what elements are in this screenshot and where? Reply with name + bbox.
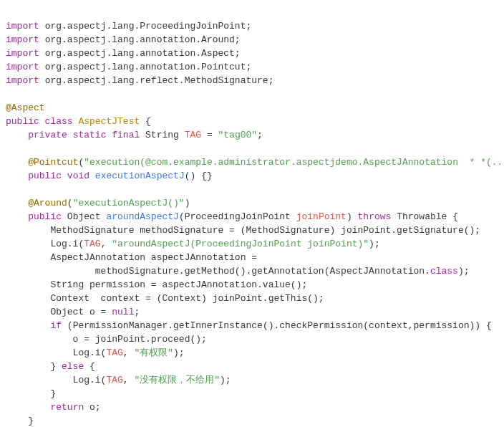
- code-token: else: [62, 361, 84, 372]
- code-line: @Aspect: [6, 101, 498, 115]
- code-token: }: [6, 388, 56, 399]
- code-token: ): [185, 198, 190, 208]
- code-token: public void: [28, 171, 89, 181]
- code-token: [6, 171, 28, 181]
- code-line: import org.aspectj.lang.reflect.MethodSi…: [6, 74, 498, 87]
- code-line: import org.aspectj.lang.annotation.Point…: [6, 60, 498, 74]
- code-token: "aroundAspectJ(ProceedingJoinPoint joinP…: [112, 239, 369, 249]
- code-token: @Around: [28, 198, 67, 208]
- code-token: ): [346, 211, 358, 222]
- code-token: );: [458, 266, 470, 277]
- code-token: {: [140, 116, 151, 127]
- code-line: }: [6, 414, 498, 427]
- code-token: String: [140, 130, 184, 140]
- code-token: );: [369, 239, 380, 249]
- code-line: Log.i(TAG, "aroundAspectJ(ProceedingJoin…: [6, 237, 498, 251]
- code-token: [6, 198, 28, 208]
- code-line: MethodSignature methodSignature = (Metho…: [6, 224, 498, 237]
- code-token: null: [112, 307, 134, 317]
- code-token: ,: [123, 375, 135, 385]
- code-token: (: [67, 198, 73, 208]
- code-line: Log.i(TAG, "没有权限，不给用");: [6, 373, 498, 387]
- code-token: aroundAspectJ: [106, 211, 178, 222]
- code-token: "有权限": [134, 347, 173, 358]
- code-token: "tag00": [218, 130, 257, 140]
- code-token: ;: [257, 130, 263, 140]
- code-token: AspectJTest: [78, 116, 140, 127]
- code-token: private static final: [28, 130, 140, 140]
- code-token: TAG: [185, 130, 201, 140]
- code-line: o = joinPoint.proceed();: [6, 332, 498, 346]
- code-block: import org.aspectj.lang.ProceedingJoinPo…: [6, 19, 498, 427]
- code-token: o;: [84, 402, 100, 413]
- code-token: ,: [101, 239, 112, 249]
- code-token: @Aspect: [6, 102, 45, 113]
- code-token: org.aspectj.lang.annotation.Around;: [45, 34, 241, 45]
- code-token: }: [6, 416, 34, 426]
- code-token: return: [50, 402, 84, 413]
- code-line: public class AspectJTest {: [6, 115, 498, 128]
- code-token: throws: [358, 211, 392, 222]
- code-line: import org.aspectj.lang.annotation.Aroun…: [6, 33, 498, 47]
- code-token: methodSignature.getMethod().getAnnotatio…: [6, 266, 430, 277]
- code-token: o = joinPoint.proceed();: [6, 334, 207, 345]
- code-line: AspectJAnnotation aspectJAnnotation =: [6, 251, 498, 264]
- code-token: org.aspectj.lang.annotation.Aspect;: [45, 48, 241, 59]
- code-token: Log.i(: [6, 347, 106, 358]
- code-token: joinPoint: [296, 211, 346, 222]
- code-token: {: [84, 361, 95, 372]
- code-token: );: [220, 375, 231, 385]
- code-line: Log.i(TAG, "有权限");: [6, 346, 498, 360]
- code-line: methodSignature.getMethod().getAnnotatio…: [6, 264, 498, 278]
- code-token: TAG: [106, 347, 122, 358]
- code-line: public void executionAspectJ() {}: [6, 169, 498, 183]
- code-token: [39, 62, 45, 72]
- code-token: TAG: [106, 375, 122, 385]
- code-line: public Object aroundAspectJ(ProceedingJo…: [6, 210, 498, 224]
- code-line: private static final String TAG = "tag00…: [6, 128, 498, 142]
- code-token: String permission = aspectJAnnotation.va…: [6, 279, 307, 290]
- code-token: Throwable {: [391, 211, 458, 222]
- code-token: [6, 130, 28, 140]
- code-token: () {}: [185, 171, 213, 181]
- code-line: return o;: [6, 400, 498, 414]
- code-line: @Around("executionAspectJ()"): [6, 196, 498, 210]
- code-token: [39, 75, 45, 86]
- code-token: [39, 21, 45, 32]
- code-line: String permission = aspectJAnnotation.va…: [6, 278, 498, 292]
- code-line: } else {: [6, 360, 498, 373]
- code-token: import: [6, 62, 39, 72]
- code-line: [6, 87, 498, 101]
- code-line: }: [6, 387, 498, 400]
- code-token: org.aspectj.lang.ProceedingJoinPoint;: [45, 21, 252, 32]
- code-token: (ProceedingJoinPoint: [179, 211, 296, 222]
- code-line: if (PermissionManager.getInnerInstance()…: [6, 319, 498, 332]
- code-token: org.aspectj.lang.reflect.MethodSignature…: [45, 75, 274, 86]
- code-line: Context context = (Context) joinPoint.ge…: [6, 292, 498, 305]
- code-token: import: [6, 34, 39, 45]
- code-line: [6, 142, 498, 155]
- code-line: [6, 183, 498, 196]
- code-token: (PermissionManager.getInnerInstance().ch…: [62, 320, 492, 331]
- code-line: @Pointcut("execution(@com.example.admini…: [6, 155, 498, 169]
- code-token: Context context = (Context) joinPoint.ge…: [6, 293, 324, 304]
- code-token: }: [6, 361, 62, 372]
- code-token: class: [430, 266, 458, 277]
- code-token: ,: [123, 347, 135, 358]
- code-token: AspectJAnnotation aspectJAnnotation =: [6, 252, 257, 263]
- code-token: executionAspectJ: [95, 171, 185, 181]
- code-token: [6, 157, 28, 168]
- code-token: public: [28, 211, 62, 222]
- code-token: if: [50, 320, 62, 331]
- code-token: =: [201, 130, 218, 140]
- code-token: "execution(@com.example.administrator.as…: [84, 157, 504, 168]
- code-token: import: [6, 48, 39, 59]
- code-token: Object o =: [6, 307, 112, 317]
- code-token: Log.i(: [6, 239, 84, 249]
- code-token: [39, 48, 45, 59]
- code-token: MethodSignature methodSignature = (Metho…: [6, 225, 480, 236]
- code-token: @Pointcut: [28, 157, 78, 168]
- code-token: TAG: [84, 239, 100, 249]
- code-line: import org.aspectj.lang.annotation.Aspec…: [6, 47, 498, 60]
- code-token: [6, 402, 50, 413]
